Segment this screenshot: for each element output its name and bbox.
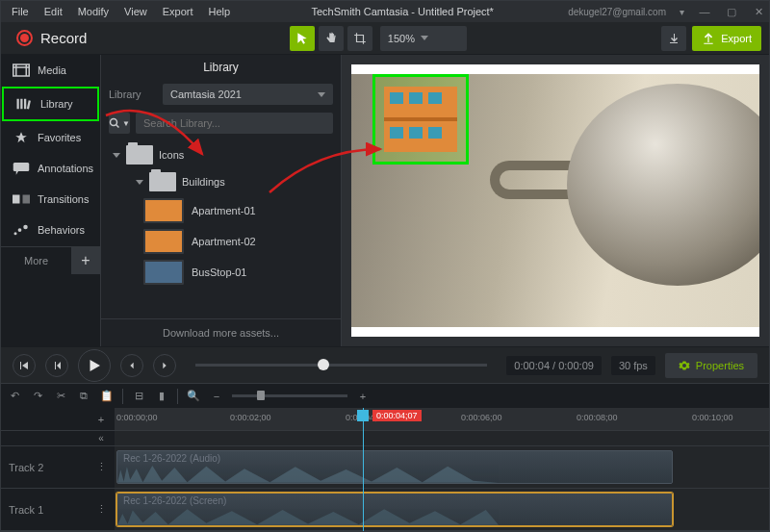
seek-knob[interactable]	[318, 359, 329, 370]
preview-canvas[interactable]	[351, 64, 759, 337]
sidebar-item-transitions[interactable]: Transitions	[1, 184, 100, 215]
asset-item[interactable]: Apartment-02	[101, 226, 341, 257]
add-media-button[interactable]: +	[71, 245, 100, 274]
timeline-toolbar: ↶ ↷ ✂ ⧉ 📋 ⊟ ▮ 🔍 − +	[1, 383, 769, 408]
sidebar-label: Library	[40, 98, 73, 110]
transitions-icon	[13, 192, 30, 206]
crop-tool[interactable]	[347, 26, 372, 51]
sidebar-item-favorites[interactable]: Favorites	[1, 122, 100, 153]
track-options-icon[interactable]: ⋮	[96, 503, 107, 516]
dropped-asset[interactable]	[372, 74, 469, 165]
zoom-button[interactable]: 🔍	[186, 389, 201, 404]
download-assets-link[interactable]: Download more assets...	[101, 318, 341, 346]
menu-help[interactable]: Help	[202, 4, 238, 19]
time-ruler[interactable]: 0:00:00;00 0:00:02;00 0:00:04;00 0:00:06…	[115, 408, 769, 431]
sidebar-label: Media	[38, 64, 66, 76]
menu-file[interactable]: File	[5, 4, 36, 19]
paste-button[interactable]: 📋	[99, 389, 115, 404]
timeline-clip-audio[interactable]: Rec 1-26-2022 (Audio)	[116, 450, 673, 484]
sidebar-item-behaviors[interactable]: Behaviors	[1, 215, 100, 245]
track-lane[interactable]: Rec 1-26-2022 (Screen)	[115, 489, 769, 531]
svg-point-9	[18, 228, 22, 232]
skip-back-icon	[18, 360, 30, 371]
playhead-handle[interactable]	[357, 410, 369, 421]
timeline-clip-screen[interactable]: Rec 1-26-2022 (Screen)	[116, 493, 673, 526]
play-button[interactable]	[78, 349, 111, 382]
select-tool[interactable]	[290, 26, 315, 51]
folder-label: Buildings	[182, 176, 225, 188]
zoom-dropdown[interactable]: 150%	[380, 26, 467, 51]
properties-button[interactable]: Properties	[665, 353, 757, 378]
zoom-in-button[interactable]: +	[355, 389, 371, 404]
playback-bar: 0:00:04 / 0:00:09 30 fps Properties	[1, 346, 769, 383]
crop-icon	[353, 32, 367, 45]
folder-label: Icons	[159, 149, 184, 161]
svg-rect-4	[27, 100, 31, 109]
library-panel-title: Library	[101, 55, 341, 80]
prev-clip-button[interactable]	[13, 354, 36, 377]
menu-edit[interactable]: Edit	[38, 4, 69, 19]
asset-name: Apartment-02	[192, 236, 256, 247]
sidebar-item-annotations[interactable]: Annotations	[1, 153, 100, 184]
download-button[interactable]	[661, 26, 686, 51]
seek-slider[interactable]	[195, 364, 487, 367]
behaviors-icon	[13, 223, 30, 237]
menu-export[interactable]: Export	[156, 4, 200, 19]
library-selector[interactable]: Camtasia 2021	[163, 84, 333, 105]
tree-folder-buildings[interactable]: Buildings	[101, 168, 341, 195]
svg-rect-7	[23, 195, 31, 204]
asset-item[interactable]: Apartment-01	[101, 195, 341, 226]
redo-button[interactable]: ↷	[30, 389, 45, 404]
pan-tool[interactable]	[319, 26, 344, 51]
chevron-left-icon	[127, 361, 137, 370]
playhead-time: 0:00:04;07	[372, 410, 422, 421]
sidebar-item-library[interactable]: Library	[2, 87, 99, 121]
marker-button[interactable]: ▮	[154, 389, 169, 404]
ruler-tick: 0:00:06;00	[461, 413, 502, 422]
library-selector-label: Library	[109, 89, 157, 100]
next-clip-button[interactable]	[153, 354, 176, 377]
menu-modify[interactable]: Modify	[71, 4, 116, 19]
track-options-icon[interactable]: ⋮	[96, 461, 107, 473]
playhead[interactable]: 0:00:04;07	[363, 408, 364, 531]
export-label: Export	[721, 33, 752, 44]
track-lane[interactable]: Rec 1-26-2022 (Audio)	[115, 446, 769, 489]
track-lanes[interactable]: 0:00:00;00 0:00:02;00 0:00:04;00 0:00:06…	[115, 408, 769, 531]
export-button[interactable]: Export	[692, 26, 761, 51]
step-forward-button[interactable]	[120, 354, 143, 377]
close-button[interactable]: ✕	[752, 5, 765, 18]
svg-point-8	[14, 232, 17, 235]
annotations-icon	[13, 162, 30, 175]
track-header[interactable]: Track 1 ⋮	[1, 489, 115, 531]
svg-rect-5	[13, 163, 30, 171]
maximize-button[interactable]: ▢	[725, 5, 738, 18]
timeline-zoom-slider[interactable]	[232, 394, 347, 397]
undo-button[interactable]: ↶	[7, 389, 22, 404]
chevron-down-icon[interactable]: ▾	[680, 7, 684, 17]
zoom-knob[interactable]	[257, 391, 265, 400]
search-input[interactable]	[141, 116, 327, 130]
library-search[interactable]	[136, 113, 333, 134]
asset-item[interactable]: BusStop-01	[101, 257, 341, 288]
record-button[interactable]: Record	[9, 26, 94, 50]
cut-button[interactable]: ✂	[53, 389, 68, 404]
add-track-button[interactable]: +	[93, 412, 109, 427]
expand-icon	[113, 153, 120, 158]
sidebar-more[interactable]: More	[1, 246, 71, 274]
tree-folder-icons[interactable]: Icons	[101, 141, 341, 168]
track-header[interactable]: Track 2 ⋮	[1, 446, 115, 489]
copy-button[interactable]: ⧉	[76, 389, 91, 404]
menu-view[interactable]: View	[117, 4, 154, 19]
download-icon	[668, 33, 680, 44]
chevron-down-icon	[421, 36, 428, 40]
step-back-button[interactable]	[45, 354, 68, 377]
record-label: Record	[40, 30, 87, 46]
library-selector-value: Camtasia 2021	[170, 89, 242, 100]
zoom-out-button[interactable]: −	[209, 389, 224, 404]
minimize-button[interactable]: —	[698, 5, 711, 18]
search-options-button[interactable]: ▼	[109, 113, 130, 134]
toggle-icon[interactable]: «	[93, 431, 109, 446]
user-email[interactable]: dekugel27@gmail.com	[568, 7, 666, 17]
split-button[interactable]: ⊟	[131, 389, 146, 404]
sidebar-item-media[interactable]: Media	[1, 55, 100, 86]
